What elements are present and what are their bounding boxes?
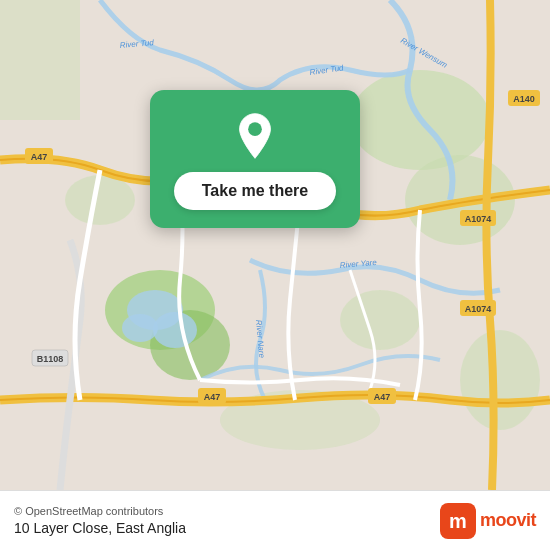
svg-text:A47: A47 bbox=[31, 152, 48, 162]
svg-text:B1108: B1108 bbox=[37, 354, 64, 364]
svg-text:A47: A47 bbox=[374, 392, 391, 402]
location-card: Take me there bbox=[150, 90, 360, 228]
address-label: 10 Layer Close, East Anglia bbox=[14, 520, 186, 536]
bottom-bar: © OpenStreetMap contributors 10 Layer Cl… bbox=[0, 490, 550, 550]
take-me-there-button[interactable]: Take me there bbox=[174, 172, 336, 210]
moovit-logo: m moovit bbox=[440, 503, 536, 539]
svg-point-11 bbox=[153, 312, 197, 348]
svg-point-9 bbox=[460, 330, 540, 430]
svg-point-12 bbox=[122, 314, 158, 342]
svg-text:A47: A47 bbox=[204, 392, 221, 402]
svg-point-3 bbox=[340, 290, 420, 350]
svg-text:A1074: A1074 bbox=[465, 304, 492, 314]
map-view: A47 A47 A47 A47 B1108 A1074 A1074 A140 R… bbox=[0, 0, 550, 490]
osm-attribution: © OpenStreetMap contributors bbox=[14, 505, 186, 517]
svg-rect-7 bbox=[0, 0, 80, 120]
svg-text:m: m bbox=[449, 510, 467, 532]
moovit-text: moovit bbox=[480, 510, 536, 531]
svg-text:A1074: A1074 bbox=[465, 214, 492, 224]
svg-point-34 bbox=[248, 122, 262, 136]
moovit-icon: m bbox=[440, 503, 476, 539]
location-pin-icon bbox=[231, 112, 279, 160]
svg-text:A140: A140 bbox=[513, 94, 535, 104]
